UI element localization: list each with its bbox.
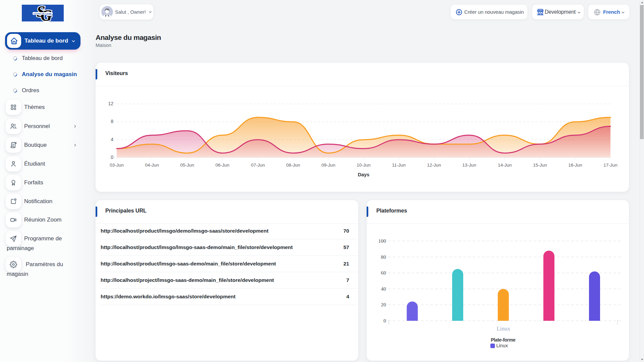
- svg-text:09-Jun: 09-Jun: [321, 163, 335, 168]
- svg-text:15-Jun: 15-Jun: [533, 163, 547, 168]
- svg-text:Linux: Linux: [496, 343, 508, 348]
- svg-text:12-Jun: 12-Jun: [427, 163, 441, 168]
- svg-text:Linux: Linux: [497, 325, 511, 332]
- svg-text:03-Jun: 03-Jun: [110, 163, 123, 168]
- svg-text:14-Jun: 14-Jun: [498, 163, 512, 168]
- svg-text:40: 40: [381, 286, 386, 292]
- svg-text:20: 20: [381, 302, 386, 307]
- svg-text:17-Jun: 17-Jun: [603, 163, 617, 168]
- svg-text:0: 0: [111, 155, 113, 160]
- svg-text:8: 8: [111, 119, 113, 124]
- svg-text:0: 0: [383, 318, 386, 323]
- svg-text:100: 100: [378, 238, 386, 244]
- svg-text:06-Jun: 06-Jun: [215, 163, 229, 168]
- svg-text:04-Jun: 04-Jun: [145, 163, 159, 168]
- svg-text:12: 12: [108, 101, 113, 106]
- svg-text:13-Jun: 13-Jun: [462, 163, 476, 168]
- svg-text:07-Jun: 07-Jun: [251, 163, 265, 168]
- svg-text:4: 4: [111, 137, 113, 142]
- svg-text:COURS EN LIGNE: COURS EN LIGNE: [34, 13, 52, 15]
- svg-text:08-Jun: 08-Jun: [286, 163, 300, 168]
- svg-text:60: 60: [381, 270, 386, 276]
- svg-text:Days: Days: [358, 172, 370, 177]
- svg-text:10-Jun: 10-Jun: [357, 163, 370, 168]
- svg-text:Plate-forme: Plate-forme: [491, 337, 516, 343]
- svg-text:11-Jun: 11-Jun: [392, 163, 406, 168]
- svg-text:16-Jun: 16-Jun: [568, 163, 582, 168]
- svg-text:80: 80: [381, 254, 386, 260]
- svg-text:05-Jun: 05-Jun: [180, 163, 194, 168]
